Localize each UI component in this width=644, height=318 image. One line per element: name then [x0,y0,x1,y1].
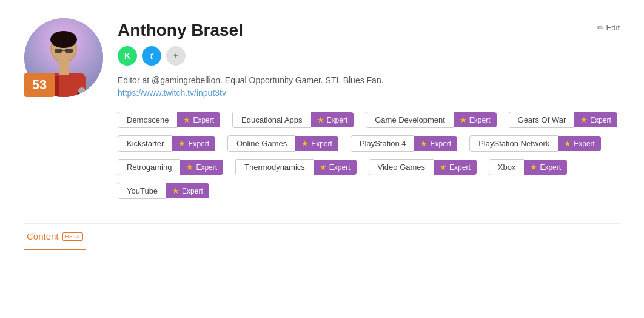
star-icon: ★ [301,139,309,148]
star-icon: ★ [172,186,179,195]
tag-name: YouTube [118,183,166,199]
star-icon: ★ [530,163,537,172]
tab-content[interactable]: Content BETA [24,224,86,250]
tag-name: Game Development [366,112,454,128]
tag-level-badge: ★ Expert [314,160,357,175]
social-links: K t + [118,46,620,66]
tag-item: Kickstarter★ Expert [118,135,215,152]
tag-level-badge: ★ Expert [166,183,209,198]
bio: Editor at @gamingrebellion. Equal Opport… [118,74,620,100]
avatar-wrapper: 53 [24,18,103,97]
tag-level-badge: ★ Expert [414,136,457,151]
score-badge: 53 [24,73,55,97]
tab-bar: Content BETA [24,224,620,250]
edit-button[interactable]: ✏ Edit [597,23,620,32]
svg-rect-4 [55,49,62,53]
tag-item: Retrogaming★ Expert [118,159,223,175]
star-icon: ★ [420,139,428,148]
star-icon: ★ [317,115,324,124]
tag-name: PlayStation Network [469,135,558,152]
bio-link[interactable]: https://www.twitch.tv/input3tv [118,88,226,98]
page: 53 Anthony Brasel ✏ Edit K t + [0,0,644,318]
tag-item: PlayStation 4★ Expert [351,135,457,152]
kickstarter-icon: K [124,51,130,61]
tag-level-badge: ★ Expert [311,112,354,127]
svg-point-12 [78,87,86,95]
tag-level-badge: ★ Expert [434,160,477,175]
tag-item: Xbox★ Expert [489,159,567,175]
star-icon: ★ [186,163,193,172]
tag-item: YouTube★ Expert [118,183,209,199]
tag-name: Kickstarter [118,135,172,152]
tag-name: Demoscene [118,112,177,128]
twitter-button[interactable]: t [142,46,161,66]
tag-item: Gears Of War★ Expert [509,112,617,128]
tag-name: Educational Apps [232,112,310,128]
add-social-button[interactable]: + [166,46,186,66]
tag-level-badge: ★ Expert [524,160,567,175]
tag-level-badge: ★ Expert [574,112,617,127]
profile-name: Anthony Brasel [118,21,243,40]
tag-name: PlayStation 4 [351,135,415,152]
tag-item: PlayStation Network★ Expert [469,135,601,152]
tags-grid: Demoscene★ ExpertEducational Apps★ Exper… [118,112,620,199]
star-icon: ★ [320,163,327,172]
svg-rect-9 [59,61,69,75]
profile-header: 53 Anthony Brasel ✏ Edit K t + [24,18,620,100]
tag-item: Demoscene★ Expert [118,112,220,128]
star-icon: ★ [440,163,447,172]
tag-item: Educational Apps★ Expert [232,112,354,128]
star-icon: ★ [460,115,467,124]
tag-level-badge: ★ Expert [177,112,220,127]
tab-content-label: Content [27,231,59,242]
svg-rect-5 [65,49,73,53]
twitter-icon: t [150,51,153,61]
tag-level-badge: ★ Expert [454,112,497,127]
tag-name: Video Games [369,159,434,175]
star-icon: ★ [564,139,571,148]
tag-level-badge: ★ Expert [172,136,215,151]
tag-name: Thermodynamics [235,159,314,175]
plus-icon: + [173,51,178,61]
edit-pencil-icon: ✏ [597,23,604,32]
bio-text: Editor at @gamingrebellion. Equal Opport… [118,75,384,85]
content-tabs: Content BETA [24,223,620,250]
tag-name: Retrogaming [118,159,180,175]
tag-name: Xbox [489,159,525,175]
tag-name: Online Games [227,135,295,152]
tag-item: Thermodynamics★ Expert [235,159,356,175]
tag-name: Gears Of War [509,112,575,128]
star-icon: ★ [580,115,588,124]
star-icon: ★ [178,139,186,148]
tag-level-badge: ★ Expert [295,136,338,151]
star-icon: ★ [183,115,190,124]
kickstarter-button[interactable]: K [118,46,137,66]
tag-item: Video Games★ Expert [369,159,477,175]
tag-item: Online Games★ Expert [227,135,338,152]
tags-section: Demoscene★ ExpertEducational Apps★ Exper… [118,112,620,199]
tag-item: Game Development★ Expert [366,112,496,128]
svg-point-3 [50,31,77,48]
profile-info: Anthony Brasel ✏ Edit K t + Editor at @g [118,18,620,100]
tab-beta-badge: BETA [62,232,84,241]
tag-level-badge: ★ Expert [180,160,223,175]
tag-level-badge: ★ Expert [558,136,601,151]
